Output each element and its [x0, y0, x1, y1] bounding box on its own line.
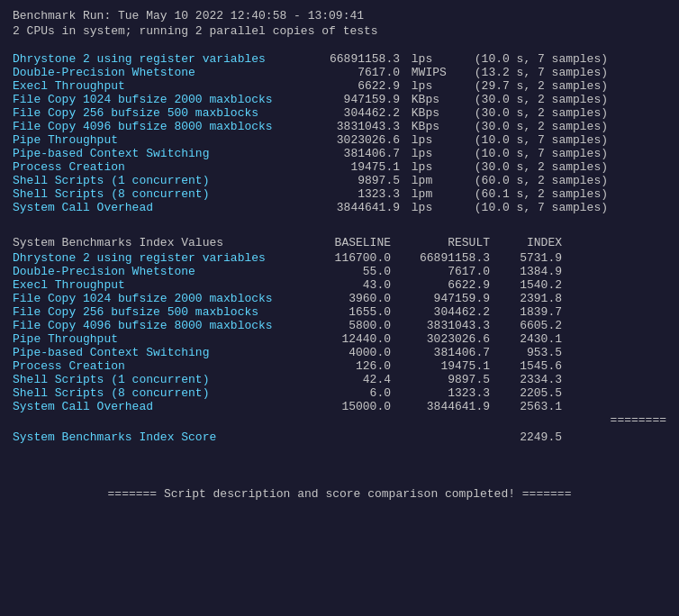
index-benchmark-row: File Copy 1024 bufsize 2000 maxblocks396… — [13, 292, 666, 305]
bench-meta: (30.0 s, 2 samples) — [463, 120, 608, 133]
index-bench-baseline: 42.4 — [301, 373, 391, 386]
raw-benchmarks-section: Dhrystone 2 using register variables6689… — [13, 52, 666, 214]
index-bench-name: Shell Scripts (1 concurrent) — [13, 373, 301, 386]
bench-value: 947159.9 — [301, 93, 400, 106]
bench-name: File Copy 1024 bufsize 2000 maxblocks — [13, 93, 301, 106]
bench-meta: (30.0 s, 2 samples) — [463, 160, 608, 174]
raw-benchmark-row: Pipe Throughput3023026.6 lps (10.0 s, 7 … — [13, 133, 666, 147]
bench-name: Pipe-based Context Switching — [13, 147, 301, 160]
index-bench-baseline: 4000.0 — [301, 346, 391, 359]
index-bench-name: Process Creation — [13, 359, 301, 373]
index-bench-index: 1545.6 — [490, 359, 562, 373]
bench-value: 66891158.3 — [301, 52, 400, 66]
index-bench-name: Dhrystone 2 using register variables — [13, 251, 301, 265]
bench-meta: (30.0 s, 2 samples) — [463, 106, 608, 120]
bench-name: Pipe Throughput — [13, 133, 301, 147]
index-benchmark-row: Shell Scripts (8 concurrent)6.01323.3220… — [13, 386, 666, 400]
bench-meta: (60.1 s, 2 samples) — [463, 187, 608, 201]
index-benchmark-row: Execl Throughput43.06622.91540.2 — [13, 278, 666, 292]
bench-unit: lps — [400, 52, 463, 66]
score-row: System Benchmarks Index Score2249.5 — [13, 430, 666, 444]
raw-benchmark-row: Process Creation19475.1 lps (30.0 s, 2 s… — [13, 160, 666, 174]
bench-name: Shell Scripts (1 concurrent) — [13, 174, 301, 187]
table-col-result: RESULT — [391, 236, 490, 249]
index-bench-result: 1323.3 — [391, 386, 490, 400]
raw-benchmark-row: Double-Precision Whetstone7617.0 MWIPS (… — [13, 66, 666, 79]
bench-name: System Call Overhead — [13, 201, 301, 214]
bench-meta: (13.2 s, 7 samples) — [463, 66, 608, 79]
index-bench-result: 3831043.3 — [391, 319, 490, 332]
index-bench-index: 953.5 — [490, 346, 562, 359]
header-line2: 2 CPUs in system; running 2 parallel cop… — [13, 24, 666, 38]
bench-unit: lpm — [400, 187, 463, 201]
bench-meta: (30.0 s, 2 samples) — [463, 93, 608, 106]
bench-name: Shell Scripts (8 concurrent) — [13, 187, 301, 201]
index-bench-index: 1540.2 — [490, 278, 562, 292]
index-bench-result: 66891158.3 — [391, 251, 490, 265]
index-bench-result: 7617.0 — [391, 265, 490, 278]
index-bench-result: 381406.7 — [391, 346, 490, 359]
index-bench-name: File Copy 256 bufsize 500 maxblocks — [13, 305, 301, 319]
header-line1: Benchmark Run: Tue May 10 2022 12:40:58 … — [13, 9, 666, 23]
bench-name: Double-Precision Whetstone — [13, 66, 301, 79]
bench-value: 3844641.9 — [301, 201, 400, 214]
raw-benchmark-row: System Call Overhead3844641.9 lps (10.0 … — [13, 201, 666, 214]
index-bench-baseline: 1655.0 — [301, 305, 391, 319]
index-bench-baseline: 126.0 — [301, 359, 391, 373]
index-bench-result: 3023026.6 — [391, 332, 490, 346]
index-bench-baseline: 43.0 — [301, 278, 391, 292]
bench-unit: lps — [400, 147, 463, 160]
index-bench-result: 19475.1 — [391, 359, 490, 373]
index-benchmark-row: Process Creation126.019475.11545.6 — [13, 359, 666, 373]
index-bench-index: 2334.3 — [490, 373, 562, 386]
bench-name: Execl Throughput — [13, 79, 301, 93]
table-col-baseline: BASELINE — [301, 236, 391, 249]
index-benchmark-row: Double-Precision Whetstone55.07617.01384… — [13, 265, 666, 278]
index-benchmark-row: Pipe Throughput12440.03023026.62430.1 — [13, 332, 666, 346]
index-bench-index: 6605.2 — [490, 319, 562, 332]
index-bench-baseline: 3960.0 — [301, 292, 391, 305]
bench-value: 6622.9 — [301, 79, 400, 93]
bench-unit: lps — [400, 201, 463, 214]
index-table-section: System Benchmarks Index ValuesBASELINERE… — [13, 236, 666, 444]
bench-value: 1323.3 — [301, 187, 400, 201]
bench-value: 381406.7 — [301, 147, 400, 160]
index-bench-name: Double-Precision Whetstone — [13, 265, 301, 278]
index-bench-baseline: 15000.0 — [301, 400, 391, 413]
bench-meta: (10.0 s, 7 samples) — [463, 147, 608, 160]
bench-unit: lps — [400, 160, 463, 174]
bench-unit: lps — [400, 79, 463, 93]
bench-name: File Copy 4096 bufsize 8000 maxblocks — [13, 120, 301, 133]
bench-unit: lps — [400, 133, 463, 147]
index-bench-baseline: 55.0 — [301, 265, 391, 278]
raw-benchmark-row: File Copy 1024 bufsize 2000 maxblocks947… — [13, 93, 666, 106]
index-bench-name: File Copy 4096 bufsize 8000 maxblocks — [13, 319, 301, 332]
score-label: System Benchmarks Index Score — [13, 430, 490, 444]
index-bench-result: 9897.5 — [391, 373, 490, 386]
raw-benchmark-row: Shell Scripts (1 concurrent)9897.5 lpm (… — [13, 174, 666, 187]
table-col-index: INDEX — [490, 236, 562, 249]
raw-benchmark-row: File Copy 256 bufsize 500 maxblocks30446… — [13, 106, 666, 120]
bench-meta: (10.0 s, 7 samples) — [463, 133, 608, 147]
index-benchmark-row: Pipe-based Context Switching4000.0381406… — [13, 346, 666, 359]
bench-value: 304462.2 — [301, 106, 400, 120]
index-bench-name: System Call Overhead — [13, 400, 301, 413]
index-bench-index: 2430.1 — [490, 332, 562, 346]
index-bench-name: Execl Throughput — [13, 278, 301, 292]
table-col-name: System Benchmarks Index Values — [13, 236, 301, 249]
bench-meta: (29.7 s, 2 samples) — [463, 79, 608, 93]
bench-unit: KBps — [400, 93, 463, 106]
index-bench-index: 5731.9 — [490, 251, 562, 265]
raw-benchmark-row: Shell Scripts (8 concurrent)1323.3 lpm (… — [13, 187, 666, 201]
bench-name: File Copy 256 bufsize 500 maxblocks — [13, 106, 301, 120]
index-bench-name: Pipe Throughput — [13, 332, 301, 346]
bench-value: 3023026.6 — [301, 133, 400, 147]
index-bench-name: Shell Scripts (8 concurrent) — [13, 386, 301, 400]
bench-value: 7617.0 — [301, 66, 400, 79]
bench-name: Process Creation — [13, 160, 301, 174]
bench-unit: KBps — [400, 106, 463, 120]
index-benchmark-row: File Copy 4096 bufsize 8000 maxblocks580… — [13, 319, 666, 332]
bench-unit: lpm — [400, 174, 463, 187]
bench-meta: (10.0 s, 7 samples) — [463, 201, 608, 214]
benchmark-output: Benchmark Run: Tue May 10 2022 12:40:58 … — [13, 9, 666, 501]
